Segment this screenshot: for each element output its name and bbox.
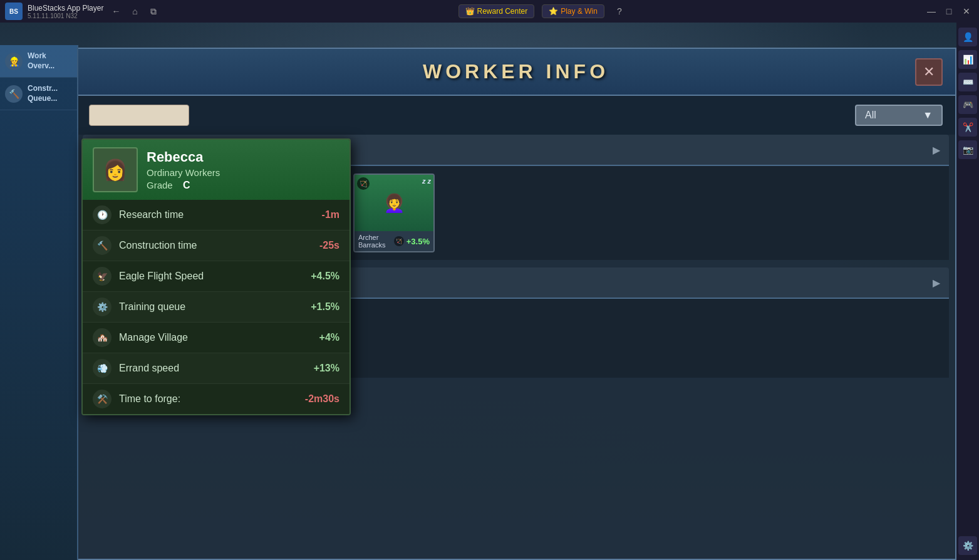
left-sidebar: 👷 WorkOverv... 🔨 Constr...Queue...	[0, 45, 78, 560]
help-button[interactable]: ?	[612, 4, 627, 19]
tooltip-grade-label: Grade	[147, 180, 173, 190]
stat-value-eagle: +4.5%	[311, 271, 339, 282]
stat-value-training: +1.5%	[311, 301, 339, 313]
worker-top-icon-4: 🏹	[357, 177, 370, 190]
eagle-speed-icon: 🦅	[93, 267, 111, 286]
stat-name-research: Research time	[119, 209, 322, 220]
stat-row-village: 🏘️ Manage Village +4%	[83, 323, 350, 353]
multi-instance-button[interactable]: ⧉	[146, 4, 161, 19]
play-win-button[interactable]: ⭐ Play & Win	[542, 4, 604, 18]
stat-row-training: ⚙️ Training queue +1.5%	[83, 292, 350, 323]
all-label: All	[865, 110, 876, 121]
app-logo: BS	[5, 3, 23, 20]
tooltip-name: Rebecca	[147, 149, 220, 165]
worker-stat-4: +3.5%	[407, 237, 430, 246]
worker-card-footer-4: Archer Barracks 🏹 +3.5%	[355, 231, 433, 251]
avatar-face: 👩	[103, 158, 128, 182]
tooltip-grade-value: C	[183, 180, 190, 191]
tooltip-avatar: 👩	[93, 147, 138, 192]
app-version: 5.11.11.1001 N32	[28, 13, 103, 19]
stat-name-village: Manage Village	[119, 332, 319, 343]
right-sidebar-icon-4[interactable]: 🎮	[958, 95, 977, 114]
maximize-button[interactable]: □	[941, 4, 956, 19]
all-filter-dropdown[interactable]: All ▼	[855, 105, 943, 126]
titlebar-right: — □ ✕	[924, 4, 974, 19]
stat-name-errand: Errand speed	[119, 363, 314, 374]
worker-tooltip: 👩 Rebecca Ordinary Workers Grade C 🕐 Res…	[81, 138, 351, 415]
titlebar-left: BS BlueStacks App Player 5.11.11.1001 N3…	[5, 3, 161, 20]
titlebar-nav: ← ⌂ ⧉	[108, 4, 161, 19]
sidebar-item-construction-queue[interactable]: 🔨 Constr...Queue...	[0, 78, 77, 110]
stat-name-construction: Construction time	[119, 240, 319, 251]
tooltip-info: Rebecca Ordinary Workers Grade C	[147, 149, 220, 191]
dialog-header: WORKER INFO ✕	[76, 49, 955, 96]
research-time-icon: 🕐	[93, 205, 111, 224]
stat-value-construction: -25s	[319, 240, 339, 251]
game-area: WORKER INFO ✕ All ▼	[0, 23, 956, 560]
tooltip-type: Ordinary Workers	[147, 167, 220, 178]
reward-center-button[interactable]: 👑 Reward Center	[458, 4, 535, 18]
titlebar: BS BlueStacks App Player 5.11.11.1001 N3…	[0, 0, 979, 23]
window-close-button[interactable]: ✕	[959, 4, 974, 19]
worker-stat-icon-4: 🏹	[394, 236, 404, 246]
manage-village-icon: 🏘️	[93, 328, 111, 347]
stat-value-forge: -2m30s	[305, 393, 339, 405]
dialog-title: WORKER INFO	[423, 60, 609, 83]
tooltip-grade-row: Grade C	[147, 180, 220, 191]
section-1-arrow[interactable]: ▶	[933, 144, 940, 156]
construction-queue-icon: 🔨	[5, 85, 23, 103]
sidebar-item-text-2: Constr...Queue...	[28, 84, 58, 103]
filter-bar: All ▼	[76, 96, 955, 135]
titlebar-center: 👑 Reward Center ⭐ Play & Win ?	[458, 4, 627, 19]
home-button[interactable]: ⌂	[127, 4, 142, 19]
right-sidebar-icon-3[interactable]: ⌨️	[958, 73, 977, 91]
construction-time-icon: 🔨	[93, 236, 111, 255]
stat-value-research: -1m	[322, 209, 339, 220]
dialog-close-button[interactable]: ✕	[915, 58, 943, 86]
right-sidebar-icon-1[interactable]: 👤	[958, 28, 977, 46]
minimize-button[interactable]: —	[924, 4, 939, 19]
stat-name-eagle: Eagle Flight Speed	[119, 271, 311, 282]
worker-label-archer: Archer Barracks	[358, 234, 394, 249]
stat-name-training: Training queue	[119, 301, 311, 313]
training-queue-icon: ⚙️	[93, 298, 111, 316]
stat-name-forge: Time to forge:	[119, 393, 305, 405]
forge-time-icon: ⚒️	[93, 390, 111, 408]
star-icon: ⭐	[549, 7, 558, 16]
section-2-arrow[interactable]: ▶	[933, 277, 940, 289]
crown-icon: 👑	[465, 7, 475, 16]
stat-value-errand: +13%	[314, 363, 339, 374]
app-name: BlueStacks App Player	[28, 4, 103, 13]
right-sidebar-icon-6[interactable]: 📷	[958, 140, 977, 159]
stat-value-village: +4%	[319, 332, 339, 343]
search-input[interactable]	[89, 105, 189, 126]
right-sidebar: 👤 📊 ⌨️ 🎮 ✂️ 📷 ⚙️	[956, 23, 979, 560]
sidebar-item-worker-overview[interactable]: 👷 WorkOverv...	[0, 45, 77, 78]
errand-speed-icon: 💨	[93, 359, 111, 378]
stat-row-eagle: 🦅 Eagle Flight Speed +4.5%	[83, 261, 350, 292]
reward-center-label: Reward Center	[477, 7, 528, 16]
right-sidebar-icon-5[interactable]: ✂️	[958, 118, 977, 137]
stat-row-research: 🕐 Research time -1m	[83, 200, 350, 231]
worker-sleep-z-4: z z	[422, 177, 431, 185]
worker-card-archer[interactable]: 👩‍🦱 🏹 z z Archer Barracks 🏹 +3.5%	[353, 174, 435, 252]
worker-card-img-archer: 👩‍🦱 🏹 z z	[355, 175, 433, 231]
play-win-label: Play & Win	[561, 7, 598, 16]
sidebar-item-text-1: WorkOverv...	[28, 51, 54, 71]
dropdown-arrow-icon: ▼	[923, 110, 933, 121]
stat-row-errand: 💨 Errand speed +13%	[83, 353, 350, 384]
worker-overview-icon: 👷	[5, 53, 23, 70]
right-sidebar-icon-2[interactable]: 📊	[958, 50, 977, 69]
tooltip-header: 👩 Rebecca Ordinary Workers Grade C	[83, 140, 350, 200]
right-sidebar-icon-7[interactable]: ⚙️	[958, 536, 977, 555]
stat-row-forge: ⚒️ Time to forge: -2m30s	[83, 384, 350, 414]
back-button[interactable]: ←	[108, 4, 123, 19]
stat-row-construction: 🔨 Construction time -25s	[83, 231, 350, 261]
